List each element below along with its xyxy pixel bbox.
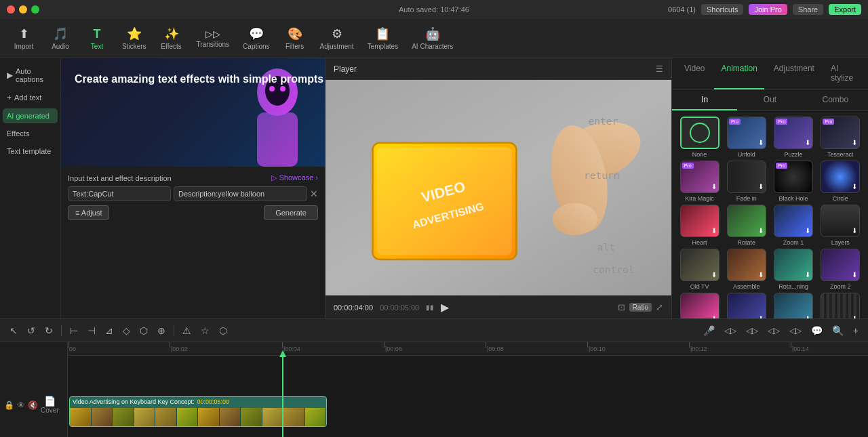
anim-item-black-hole[interactable]: Pro Black Hole bbox=[772, 161, 816, 202]
anim-item-kira-magic[interactable]: Pro ⬇ Kira Magic bbox=[677, 161, 722, 202]
sidebar-auto-captions[interactable]: ▶ Auto captions bbox=[3, 64, 58, 87]
anim-item-puzzle[interactable]: Pro ⬇ Puzzle bbox=[772, 117, 816, 158]
mask-tool[interactable]: ⬡ bbox=[137, 324, 151, 337]
anim-item-heart-rain[interactable]: ⬇ Heart Rain bbox=[677, 293, 722, 318]
speed-tool[interactable]: ◁▷ bbox=[787, 325, 804, 337]
mic-icon[interactable]: 🎤 bbox=[701, 324, 717, 337]
anim-label-unfold: Unfold bbox=[738, 151, 755, 158]
description-input[interactable] bbox=[174, 186, 307, 201]
sidebar-add-text[interactable]: + Add text bbox=[3, 89, 58, 106]
anim-item-tesseract[interactable]: Pro ⬇ Tesseract bbox=[818, 117, 863, 158]
anim-thumb-old-tv: ⬇ bbox=[680, 249, 719, 281]
toolbar-item-stickers[interactable]: ⭐ Stickers bbox=[117, 24, 152, 53]
ratio-badge[interactable]: Ratio bbox=[629, 303, 652, 312]
toolbar-item-adjustment[interactable]: ⚙ Adjustment bbox=[315, 24, 359, 53]
anim-item-none[interactable]: None bbox=[677, 117, 722, 158]
effects-icon: ✨ bbox=[164, 26, 179, 41]
anim-item-layers[interactable]: ⬇ Layers bbox=[818, 205, 863, 246]
anim-item-fall-in[interactable]: ⬇ Fall In bbox=[724, 293, 768, 318]
adjust-button[interactable]: ≡ Adjust bbox=[68, 205, 109, 220]
fullscreen-icon[interactable]: ⊡ bbox=[618, 302, 625, 312]
tab-video[interactable]: Video bbox=[677, 58, 711, 89]
close-button[interactable] bbox=[7, 5, 15, 14]
left-inner: ▶ Auto captions + Add text AI generated … bbox=[0, 58, 325, 318]
anim-thumb-zoom2: ⬇ bbox=[821, 249, 860, 281]
toolbar-item-transitions[interactable]: ▷▷ Transitions bbox=[191, 26, 235, 51]
split-video-tool[interactable]: ◁▷ bbox=[743, 325, 761, 337]
split-audio-tool[interactable]: ◁▷ bbox=[722, 325, 739, 337]
snap-tool[interactable]: ⬡ bbox=[216, 324, 230, 337]
toolbar-item-ai-characters[interactable]: 🤖 AI Characters bbox=[406, 24, 458, 53]
maximize-button[interactable] bbox=[31, 5, 39, 14]
undo-tool[interactable]: ↺ bbox=[24, 324, 38, 337]
anim-item-fade-in[interactable]: ⬇ Fade in bbox=[724, 161, 768, 202]
current-time: 00:00:04:00 bbox=[334, 304, 373, 312]
anim-item-unfold[interactable]: Pro ⬇ Unfold bbox=[724, 117, 768, 158]
tab-ai-stylize[interactable]: AI stylize bbox=[824, 58, 863, 89]
toolbar-item-filters[interactable]: 🎨 Filters bbox=[278, 24, 312, 53]
sidebar-effects[interactable]: Effects bbox=[3, 126, 58, 141]
toolbar-item-audio[interactable]: 🎵 Audio bbox=[43, 24, 77, 53]
toolbar-item-import[interactable]: ⬆ Import bbox=[7, 24, 41, 53]
redo-tool[interactable]: ↻ bbox=[42, 324, 56, 337]
subtab-in[interactable]: In bbox=[672, 90, 737, 110]
prev-frame-tool[interactable]: ⚠ bbox=[180, 324, 194, 337]
anim-item-rotating[interactable]: ⬇ Rota...ning bbox=[772, 249, 816, 290]
clear-button[interactable]: ✕ bbox=[310, 188, 318, 199]
crop-tool[interactable]: ⊿ bbox=[102, 324, 116, 337]
thumb-9 bbox=[241, 408, 262, 426]
play-button[interactable]: ▶ bbox=[441, 301, 449, 314]
expand-icon[interactable]: ⤢ bbox=[656, 302, 663, 312]
anim-label-old-tv: Old TV bbox=[690, 283, 709, 290]
add-track-tool[interactable]: ⊕ bbox=[155, 324, 168, 337]
tab-adjustment[interactable]: Adjustment bbox=[767, 58, 821, 89]
ruler-mark-0: 00 bbox=[68, 342, 76, 355]
anim-item-zoom2[interactable]: ⬇ Zoom 2 bbox=[818, 249, 863, 290]
keyframe-tool[interactable]: ◇ bbox=[120, 324, 133, 337]
anim-item-zoom1[interactable]: ⬇ Zoom 1 bbox=[772, 205, 816, 246]
anim-item-circle[interactable]: ⬇ Circle bbox=[818, 161, 863, 202]
toolbar-item-captions[interactable]: 💬 Captions bbox=[237, 24, 275, 53]
zoom-out-tool[interactable]: 🔍 bbox=[829, 324, 846, 337]
sidebar-ai-generated[interactable]: AI generated bbox=[3, 108, 58, 123]
caption-icon[interactable]: 💬 bbox=[808, 324, 825, 337]
video-clip[interactable]: Video Advertising on Keyboard Key Concep… bbox=[69, 396, 327, 427]
cursor-tool[interactable]: ↖ bbox=[7, 324, 20, 337]
anim-item-rotate[interactable]: ⬇ Rotate bbox=[724, 205, 768, 246]
join-pro-button[interactable]: Join Pro bbox=[749, 4, 787, 15]
mute-icon[interactable]: 🔇 bbox=[28, 400, 38, 410]
title-bar-right: 0604 (1) Shortcuts Join Pro Share Export bbox=[668, 4, 861, 15]
text-input[interactable] bbox=[68, 186, 171, 201]
audio-tool[interactable]: ◁▷ bbox=[765, 325, 783, 337]
cover-icon: 📄 bbox=[44, 396, 56, 407]
tab-animation[interactable]: Animation bbox=[714, 58, 764, 89]
showcase-link[interactable]: ▷ Showcase › bbox=[271, 173, 318, 182]
shortcuts-button[interactable]: Shortcuts bbox=[701, 4, 743, 15]
generate-button[interactable]: Generate bbox=[264, 205, 318, 220]
anim-item-blinds[interactable]: ⬇ Blinds bbox=[818, 293, 863, 318]
subtab-out[interactable]: Out bbox=[737, 90, 802, 110]
toolbar-item-effects[interactable]: ✨ Effects bbox=[155, 24, 189, 53]
minimize-button[interactable] bbox=[19, 5, 27, 14]
zoom-in-tool[interactable]: + bbox=[850, 324, 861, 337]
toolbar-item-text[interactable]: T Text bbox=[80, 24, 114, 53]
anim-item-heart[interactable]: ⬇ Heart bbox=[677, 205, 722, 246]
subtab-combo[interactable]: Combo bbox=[803, 90, 868, 110]
marker-tool[interactable]: ☆ bbox=[198, 324, 212, 337]
anim-item-assemble[interactable]: ⬇ Assemble bbox=[724, 249, 768, 290]
filters-icon: 🎨 bbox=[288, 26, 302, 41]
split-tool[interactable]: ⊢ bbox=[67, 324, 81, 337]
toolbar-item-templates[interactable]: 📋 Templates bbox=[362, 24, 404, 53]
trim-tool[interactable]: ⊣ bbox=[85, 324, 98, 337]
player-menu-icon[interactable]: ☰ bbox=[656, 64, 663, 74]
export-button[interactable]: Export bbox=[829, 4, 861, 15]
audio-icon: 🎵 bbox=[53, 26, 68, 41]
lock-icon[interactable]: 🔒 bbox=[4, 400, 14, 410]
share-button[interactable]: Share bbox=[793, 4, 823, 15]
sidebar-text-template[interactable]: Text template bbox=[3, 144, 58, 159]
ruler-mark-8: |00:08 bbox=[486, 342, 504, 355]
anim-item-old-tv[interactable]: ⬇ Old TV bbox=[677, 249, 722, 290]
eye-icon[interactable]: 👁 bbox=[17, 400, 25, 410]
track-label: 📄 Cover bbox=[41, 396, 59, 414]
anim-item-swoosh[interactable]: ⬇ Swoosh bbox=[772, 293, 816, 318]
